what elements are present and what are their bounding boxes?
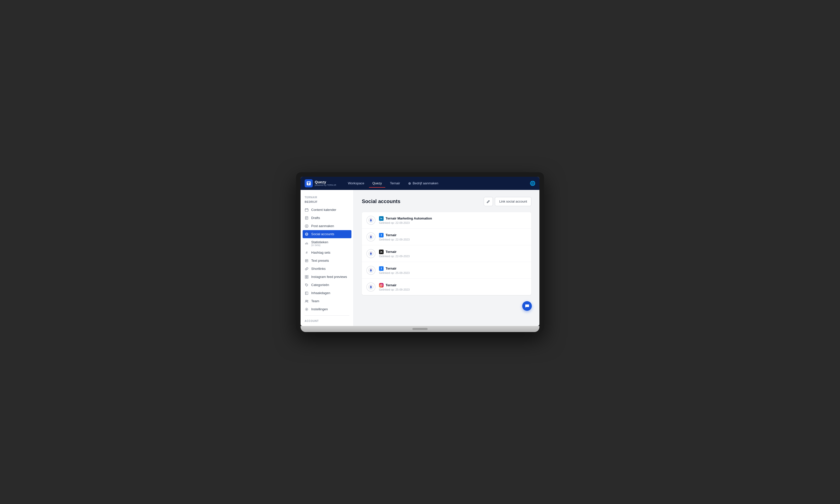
facebook-icon: f: [379, 266, 384, 271]
chat-button[interactable]: [522, 301, 532, 311]
account-name: Ternair Marketing Automation: [386, 216, 432, 220]
logo-title: Quezy: [315, 180, 336, 184]
sidebar-label: Shortlinks: [311, 267, 326, 271]
team-icon: [304, 299, 309, 303]
sidebar-sub-label: (in beta): [311, 244, 328, 247]
account-linked-date: Gelinked op: 22-09-2023: [379, 221, 432, 224]
account-name-row: in Ternair Marketing Automation: [379, 216, 432, 221]
account-linked-date: Gelinked op: 25-09-2023: [379, 271, 409, 274]
sidebar-item-hashtag-sets[interactable]: # Hashtag sets: [301, 249, 353, 257]
account-linked-date: Gelinked op: 25-09-2023: [379, 288, 409, 291]
tag-icon: [304, 283, 309, 287]
svg-point-11: [306, 284, 307, 285]
facebook-icon: f: [379, 233, 384, 237]
nav-item-quezy[interactable]: Quezy: [369, 180, 386, 187]
sidebar-item-team[interactable]: Team: [301, 297, 353, 305]
sidebar-account-label: ACCOUNT: [301, 318, 353, 323]
svg-point-39: [381, 285, 382, 286]
book-icon: [304, 291, 309, 295]
stats-icon: [304, 241, 309, 245]
sidebar-label: Instellingen: [311, 307, 328, 311]
page-title: Social accounts: [362, 199, 400, 204]
sidebar-item-social-accounts[interactable]: Social accounts: [303, 230, 351, 238]
sidebar-item-text-presets[interactable]: Text presets: [301, 257, 353, 265]
account-name-row: Ternair: [379, 283, 409, 288]
globe-icon[interactable]: 🌐: [530, 181, 536, 186]
account-item[interactable]: Ternair Gelinked op: 25-09-2023: [362, 279, 531, 295]
nav-item-create-company[interactable]: ⊕ Bedrijf aanmaken: [405, 180, 442, 187]
sidebar-label: Social accounts: [311, 232, 334, 236]
account-name-row: Ternair: [379, 250, 409, 254]
globe-sidebar-icon: [304, 232, 309, 236]
hashtag-icon: #: [304, 251, 309, 255]
linkedin-icon: in: [379, 216, 384, 221]
svg-rect-10: [307, 277, 308, 278]
logo-sub: powered by TERN·IR: [315, 184, 336, 187]
nav-items: Workspace Quezy Ternair ⊕ Bedrijf aanmak…: [344, 180, 530, 187]
sidebar-label: Categorieën: [311, 283, 329, 287]
account-avatar: [366, 283, 375, 292]
sidebar-item-post-aanmaken[interactable]: Post aanmaken: [301, 222, 353, 230]
account-item[interactable]: f Ternair Gelinked op: 25-09-2023: [362, 262, 531, 279]
account-name: Ternair: [386, 233, 397, 237]
sidebar-label: Text presets: [311, 259, 329, 263]
account-avatar: [366, 266, 375, 275]
account-item[interactable]: Ternair Gelinked op: 22-09-2023: [362, 246, 531, 262]
sidebar-label: Team: [311, 299, 319, 303]
accounts-list: in Ternair Marketing Automation Gelinked…: [362, 212, 531, 295]
header-actions: Link social account: [484, 197, 531, 206]
nav-item-ternair[interactable]: Ternair: [386, 180, 404, 187]
link-account-button[interactable]: Link social account: [495, 197, 531, 206]
logo-icon: [304, 179, 313, 187]
sidebar-label: Esmee: [312, 325, 327, 326]
sidebar-company-sub: BEDRIJF: [301, 200, 353, 206]
main-area: TERNAIR BEDRIJF Content kalender: [301, 190, 539, 326]
svg-point-12: [305, 300, 307, 301]
svg-point-13: [307, 300, 308, 301]
sidebar-label: Instagram feed previews: [311, 275, 347, 279]
post-icon: [304, 224, 309, 228]
sidebar-item-instagram-feed[interactable]: Instagram feed previews: [301, 273, 353, 281]
svg-rect-9: [305, 277, 307, 278]
account-item[interactable]: in Ternair Marketing Automation Gelinked…: [362, 212, 531, 229]
sidebar-item-statistieken[interactable]: Statistieken (in beta): [301, 238, 353, 249]
nav-item-workspace[interactable]: Workspace: [344, 180, 368, 187]
account-name: Ternair: [386, 283, 397, 287]
svg-point-14: [306, 309, 307, 310]
logo-area[interactable]: Quezy powered by TERN·IR: [304, 179, 336, 187]
sidebar-item-shortlinks[interactable]: Shortlinks: [301, 265, 353, 273]
sidebar-label: Hashtag sets: [311, 251, 330, 254]
account-item[interactable]: f Ternair Gelinked op: 22-09-2023: [362, 229, 531, 245]
sidebar-item-content-kalender[interactable]: Content kalender: [301, 206, 353, 214]
account-info: f Ternair Gelinked op: 22-09-2023: [379, 233, 409, 241]
sidebar-label: Statistieken: [311, 240, 328, 244]
sidebar-item-categorieen[interactable]: Categorieën: [301, 281, 353, 289]
account-linked-date: Gelinked op: 22-09-2023: [379, 255, 409, 258]
sidebar-label: Post aanmaken: [311, 224, 334, 228]
sidebar-item-instellingen[interactable]: Instellingen: [301, 305, 353, 313]
account-info: Ternair Gelinked op: 25-09-2023: [379, 283, 409, 291]
svg-rect-8: [307, 275, 308, 277]
svg-rect-7: [305, 275, 307, 277]
text-icon: [304, 259, 309, 263]
account-info: in Ternair Marketing Automation Gelinked…: [379, 216, 432, 224]
instagram-icon: [379, 283, 384, 288]
account-info: Ternair Gelinked op: 22-09-2023: [379, 250, 409, 258]
account-avatar: [366, 249, 375, 258]
edit-button[interactable]: [484, 197, 493, 206]
account-linked-date: Gelinked op: 22-09-2023: [379, 238, 409, 241]
sidebar-label: Inhaakdagen: [311, 291, 330, 295]
sidebar: TERNAIR BEDRIJF Content kalender: [301, 190, 354, 326]
sidebar-item-mijn-account[interactable]: E Esmee Mijn account: [301, 323, 353, 326]
sidebar-label: Content kalender: [311, 208, 336, 212]
link-icon: [304, 267, 309, 271]
topnav: Quezy powered by TERN·IR Workspace Quezy…: [301, 177, 539, 190]
grid-icon: [304, 275, 309, 279]
sidebar-item-drafts[interactable]: Drafts: [301, 214, 353, 222]
account-name: Ternair: [386, 267, 397, 270]
drafts-icon: [304, 216, 309, 220]
account-name-row: f Ternair: [379, 266, 409, 271]
sidebar-item-inhaakdagen[interactable]: Inhaakdagen: [301, 289, 353, 297]
account-name-row: f Ternair: [379, 233, 409, 237]
page-header: Social accounts Link social account: [362, 197, 531, 206]
